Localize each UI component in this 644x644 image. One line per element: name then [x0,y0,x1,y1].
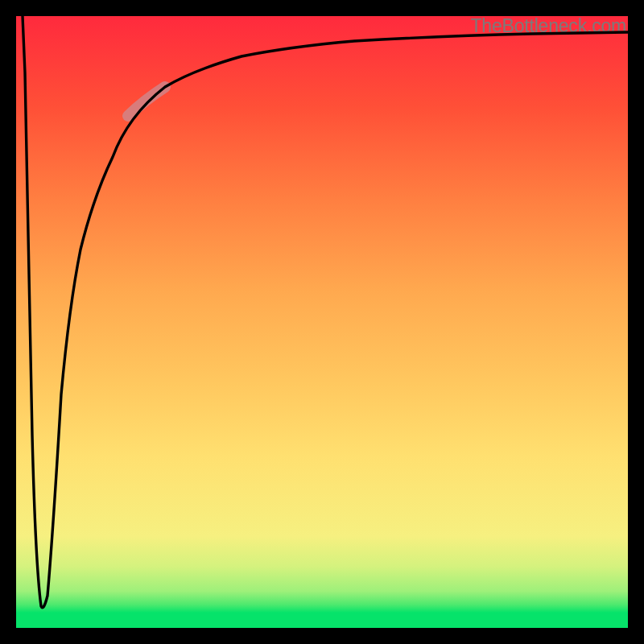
plot-area: TheBottleneck.com [16,16,628,628]
chart-frame: TheBottleneck.com [0,0,644,644]
bottleneck-curve [23,16,628,608]
curve-layer [16,16,628,628]
